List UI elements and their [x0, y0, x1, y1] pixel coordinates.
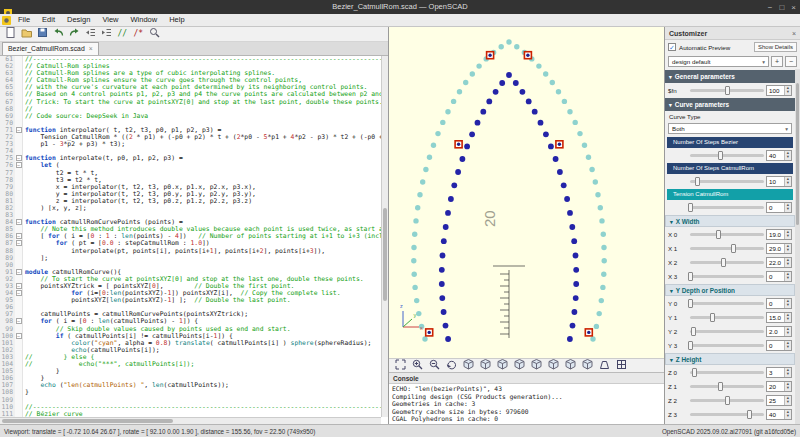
close-button[interactable]: × — [791, 3, 796, 12]
param-slider[interactable] — [690, 330, 764, 333]
spinner-arrows-icon[interactable]: ▲▼ — [784, 272, 791, 281]
slider-thumb[interactable] — [718, 382, 723, 391]
new-file-button[interactable] — [3, 28, 17, 41]
show-details-button[interactable]: Show Details — [754, 42, 797, 52]
param-spinbox[interactable]: 40▲▼ — [766, 409, 792, 420]
search-button[interactable] — [147, 28, 161, 41]
spinner-arrows-icon[interactable]: ▲▼ — [784, 396, 791, 405]
param-slider[interactable] — [690, 385, 764, 388]
menu-help[interactable]: Help — [163, 14, 190, 26]
slider-thumb[interactable] — [731, 244, 736, 253]
spinner-arrows-icon[interactable]: ▲▼ — [784, 327, 791, 336]
code-line[interactable]: 95 pointsXYZ[len(pointsXYZ)-1] ]; // Dou… — [0, 297, 381, 304]
spinner-arrows-icon[interactable]: ▲▼ — [784, 410, 791, 419]
spinner-arrows-icon[interactable]: ▲▼ — [784, 258, 791, 267]
code-editor[interactable]: 61//------------------------------------… — [0, 56, 381, 417]
spinner-arrows-icon[interactable]: ▲▼ — [784, 382, 791, 391]
diagonal-view-button[interactable] — [563, 359, 577, 372]
param-spinbox[interactable]: 2.0▲▼ — [766, 326, 792, 337]
spinner-arrows-icon[interactable]: ▲▼ — [784, 86, 791, 95]
param-slider[interactable] — [690, 180, 764, 183]
spinner-arrows-icon[interactable]: ▲▼ — [784, 299, 791, 308]
param-slider[interactable] — [690, 371, 764, 374]
param-spinbox[interactable]: 40▲▼ — [766, 150, 792, 161]
editor-horizontal-scrollbar[interactable] — [0, 417, 381, 424]
viewport-3d[interactable]: 20xzy — [389, 27, 664, 358]
open-folder-button[interactable] — [19, 28, 33, 41]
param-spinbox[interactable]: 3▲▼ — [766, 367, 792, 378]
center-view-button[interactable] — [580, 359, 594, 372]
slider-thumb[interactable] — [695, 177, 700, 186]
section-general-parameters[interactable]: ▾General parameters — [665, 70, 795, 83]
param-slider[interactable] — [690, 261, 764, 264]
preset-remove-button[interactable]: − — [785, 56, 797, 67]
bottom-view-button[interactable] — [546, 359, 560, 372]
slider-thumb[interactable] — [725, 396, 730, 405]
code-line[interactable]: 69// Code source: DeepSeek in Java — [0, 113, 381, 120]
code-line[interactable]: 82 ) [x, y, z]; — [0, 205, 381, 212]
zoom-out-button[interactable] — [427, 359, 441, 372]
top-view-button[interactable] — [529, 359, 543, 372]
spinner-arrows-icon[interactable]: ▲▼ — [784, 177, 791, 186]
param-slider[interactable] — [690, 316, 764, 319]
code-line[interactable]: 89 ]; — [0, 255, 381, 262]
viewport-canvas[interactable]: 20xzy — [389, 27, 664, 358]
front-view-button[interactable] — [461, 359, 475, 372]
param-spinbox[interactable]: 0▲▼ — [766, 340, 792, 351]
code-line[interactable]: 108} — [0, 389, 381, 396]
code-line[interactable]: 105 } — [0, 368, 381, 375]
back-view-button[interactable] — [478, 359, 492, 372]
param-slider[interactable] — [690, 344, 764, 347]
zoom-in-button[interactable] — [410, 359, 424, 372]
code-line[interactable]: 67// Trick: To start the curve at points… — [0, 99, 381, 106]
spinner-arrows-icon[interactable]: ▲▼ — [784, 230, 791, 239]
customizer-scrollbar[interactable] — [795, 69, 800, 424]
slider-thumb[interactable] — [688, 299, 693, 308]
param-slider[interactable] — [690, 302, 764, 305]
spinner-arrows-icon[interactable]: ▲▼ — [784, 151, 791, 160]
slider-thumb[interactable] — [747, 410, 752, 419]
group-z-height[interactable]: ▾Z Height — [665, 353, 795, 365]
spinner-arrows-icon[interactable]: ▲▼ — [784, 203, 791, 212]
uncomment-button[interactable]: /* — [131, 28, 145, 41]
slider-thumb[interactable] — [710, 313, 715, 322]
redo-button[interactable] — [67, 28, 81, 41]
param-spinbox[interactable]: 22.0▲▼ — [766, 257, 792, 268]
slider-thumb[interactable] — [691, 327, 696, 336]
slider-thumb[interactable] — [718, 151, 723, 160]
param-slider[interactable] — [690, 206, 764, 209]
group-x-width[interactable]: ▾X Width — [665, 215, 795, 227]
unindent-button[interactable] — [83, 28, 97, 41]
spinner-arrows-icon[interactable]: ▲▼ — [784, 244, 791, 253]
param-spinbox[interactable]: 15.0▲▼ — [766, 312, 792, 323]
comment-button[interactable]: // — [115, 28, 129, 41]
code-line[interactable]: 88 interpolate(pt, points[i], points[i+1… — [0, 248, 381, 255]
editor-vertical-scrollbar[interactable] — [381, 56, 388, 417]
param-slider[interactable] — [690, 413, 764, 416]
slider-thumb[interactable] — [725, 86, 730, 95]
param-slider[interactable] — [690, 275, 764, 278]
param-slider[interactable] — [690, 154, 764, 157]
param-spinbox[interactable]: 0▲▼ — [766, 298, 792, 309]
customizer-close-icon[interactable]: × — [792, 30, 796, 37]
undo-button[interactable] — [51, 28, 65, 41]
param-spinbox[interactable]: 0▲▼ — [766, 202, 792, 213]
spinner-arrows-icon[interactable]: ▲▼ — [784, 368, 791, 377]
slider-thumb[interactable] — [692, 368, 697, 377]
param-spinbox[interactable]: 29.0▲▼ — [766, 243, 792, 254]
curve-type-select[interactable]: Both▾ — [668, 123, 792, 134]
minimize-button[interactable]: − — [768, 3, 773, 12]
param-slider[interactable] — [690, 399, 764, 402]
slider-thumb[interactable] — [688, 341, 693, 350]
maximize-button[interactable]: □ — [779, 3, 784, 12]
param-spinbox[interactable]: 19.0▲▼ — [766, 229, 792, 240]
slider-thumb[interactable] — [688, 272, 693, 281]
reset-view-button[interactable] — [444, 359, 458, 372]
tab-bezier-catmullrom[interactable]: Bezier_CatmullRom.scad × — [2, 42, 99, 55]
param-slider[interactable] — [690, 89, 764, 92]
param-slider[interactable] — [690, 247, 764, 250]
section-curve-parameters[interactable]: ▾Curve parameters — [665, 98, 795, 111]
group-y-depth-or-position[interactable]: ▾Y Depth or Position — [665, 284, 795, 296]
right-view-button[interactable] — [512, 359, 526, 372]
code-line[interactable]: 107 echo ("len(catmullPoints) ", len(cat… — [0, 382, 381, 389]
